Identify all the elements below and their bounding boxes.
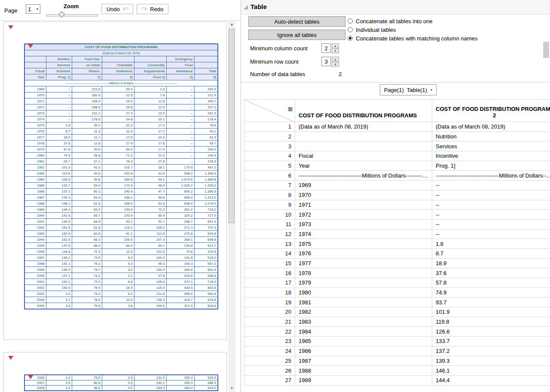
pdf-data-cell[interactable]: 27.9 [102,141,134,147]
pdf-data-cell[interactable]: 105.2 [134,225,166,231]
pdf-data-cell[interactable]: 455.6 [166,291,194,297]
pdf-year-cell[interactable]: 1987 [24,195,46,201]
pdf-data-cell[interactable]: 662.8 [194,291,218,297]
pdf-data-cell[interactable]: -- [46,110,72,116]
grid-cell[interactable]: 1.8 [432,239,550,249]
pdf-data-cell[interactable]: 65.3 [72,237,102,243]
pdf-header-cell[interactable]: Fiscal [24,68,46,74]
pdf-data-cell[interactable]: 419.7 [166,297,194,303]
scroll-up-icon[interactable]: ▲ [228,21,235,28]
pdf-data-cell[interactable]: 191.8 [166,255,194,261]
pdf-data-cell[interactable]: 78.3 [102,159,134,165]
pdf-data-cell[interactable]: 116.7 [102,165,134,171]
pdf-data-cell[interactable]: 410.5 [194,249,218,255]
pdf-data-cell[interactable]: 74.2 [72,273,102,279]
pdf-data-cell[interactable]: 63.4 [72,195,102,201]
pdf-data-cell[interactable]: 137.1 [46,273,72,279]
grid-cell[interactable]: -- [432,190,550,200]
radio-selected-icon[interactable] [348,36,353,41]
pdf-data-cell[interactable]: 61.9 [194,135,218,141]
pdf-data-cell[interactable]: -- [166,122,194,129]
pdf-data-cell[interactable]: 372.4 [166,303,194,309]
pdf-data-cell[interactable]: 2.8 [102,375,134,380]
pdf-data-cell[interactable]: 1,026.2 [166,183,194,189]
pdf-data-cell[interactable]: 91.1 [102,231,134,237]
pdf-year-cell[interactable]: 1996 [24,249,46,255]
pdf-year-cell[interactable]: 1978 [24,141,46,147]
pdf-data-cell[interactable]: 107.3 [134,237,166,243]
grid-cell[interactable]: 1988 [295,366,432,376]
pdf-data-cell[interactable]: 78.0 [72,297,102,303]
pdf-data-cell[interactable]: 27.8 [134,159,166,165]
pdf-data-cell[interactable]: 49.1 [194,129,218,135]
pdf-data-cell[interactable]: 112.6 [134,231,166,237]
pdf-data-cell[interactable]: 601.4 [194,267,218,273]
pdf-data-cell[interactable]: 529.0 [194,375,218,380]
page-table-selector[interactable]: Page(1) Table(1) ▾ [380,84,437,95]
pdf-year-cell[interactable]: 1997 [24,255,46,261]
pdf-data-cell[interactable]: 298.7 [166,219,194,225]
grid-column-header-2[interactable]: COST OF FOOD DISTRIBUTION PROGRAMS 2 [432,100,550,122]
grid-cell[interactable]: Incentive [432,151,550,161]
grid-cell[interactable]: 146.1 [432,366,550,376]
pdf-year-cell[interactable]: 1974 [24,116,46,122]
pdf-data-cell[interactable]: 311.9 [194,92,218,98]
pdf-data-cell[interactable]: 11.3 [72,129,102,135]
pdf-data-cell[interactable]: -- [166,159,194,165]
pdf-data-cell[interactable]: -- [166,129,194,135]
pdf-data-cell[interactable]: 66.0 [72,243,102,249]
pdf-data-cell[interactable]: 223.9 [72,86,102,92]
pdf-data-cell[interactable]: 25.4 [102,86,134,92]
pdf-data-cell[interactable]: -- [46,86,72,92]
pdf-data-cell[interactable]: -- [166,141,194,147]
grid-cell[interactable]: Services [432,141,550,151]
undo-button[interactable]: Undo ↶ [101,4,133,14]
pdf-data-cell[interactable]: 64.6 [72,219,102,225]
pdf-data-cell[interactable]: 96.3 [134,261,166,267]
left-scrollbar[interactable]: ▲ ▼ [228,21,235,392]
pdf-year-cell[interactable]: 1975 [24,122,46,129]
pdf-year-cell[interactable]: 1985 [24,183,46,189]
pdf-data-cell[interactable]: 6.8 [102,279,134,285]
pdf-data-cell[interactable]: 50.8 [72,177,102,183]
pdf-data-cell[interactable]: 119.8 [46,171,72,177]
pdf-header-cell[interactable] [134,56,166,62]
pdf-data-cell[interactable]: 24.5 [102,98,134,104]
grid-row-number[interactable]: 19 [244,297,295,307]
pdf-data-cell[interactable]: 78.5 [194,122,218,129]
grid-cell[interactable]: (Data as of March 08, 2019) [432,122,550,132]
grid-row-number[interactable]: 10 [244,210,295,220]
pdf-data-cell[interactable]: 133.7 [46,183,72,189]
pdf-data-cell[interactable]: 100.4 [134,255,166,261]
pdf-data-cell[interactable]: 10.0 [102,297,134,303]
grid-row-number[interactable]: 4 [244,151,295,161]
pdf-header-cell[interactable]: on Indian [72,62,102,68]
pdf-data-cell[interactable]: 2.2 [102,273,134,279]
redo-button[interactable]: ↷ Redo [137,4,168,14]
pdf-data-cell[interactable]: 153.8 [102,171,134,177]
pdf-data-cell[interactable]: 142.1 [134,380,166,386]
pdf-data-cell[interactable]: 72.9 [72,249,102,255]
pdf-data-cell[interactable]: 250.3 [194,86,218,92]
pdf-year-cell[interactable]: 1972 [24,104,46,110]
grid-cell[interactable]: Nutrition [432,132,550,141]
pdf-data-cell[interactable]: 115.1 [102,225,134,231]
pdf-data-cell[interactable]: 141.1 [46,261,72,267]
pdf-data-cell[interactable]: 1,439.2 [194,183,218,189]
pdf-data-cell[interactable]: 2.6 [46,380,72,386]
pdf-data-cell[interactable]: 134.8 [166,243,194,249]
pdf-data-cell[interactable]: 60.2 [72,189,102,195]
pdf-year-cell[interactable]: 2008 [24,386,46,391]
grid-cell[interactable]: 1983 [295,317,432,327]
pdf-data-cell[interactable]: 281.9 [194,110,218,116]
pdf-data-cell[interactable]: 57.8 [46,147,72,153]
pdf-data-cell[interactable]: 140.5 [46,219,72,225]
pdf-data-cell[interactable]: -- [166,110,194,116]
pdf-data-cell[interactable]: 54.2 [102,147,134,153]
grid-cell[interactable]: -- [432,181,550,190]
pdf-data-cell[interactable]: 139.3 [46,195,72,201]
pdf-data-cell[interactable]: 255.4 [166,380,194,386]
grid-cell[interactable]: Year [295,161,432,171]
pdf-data-cell[interactable]: 0.0 [102,380,134,386]
pdf-data-cell[interactable]: 6.2 [102,291,134,297]
